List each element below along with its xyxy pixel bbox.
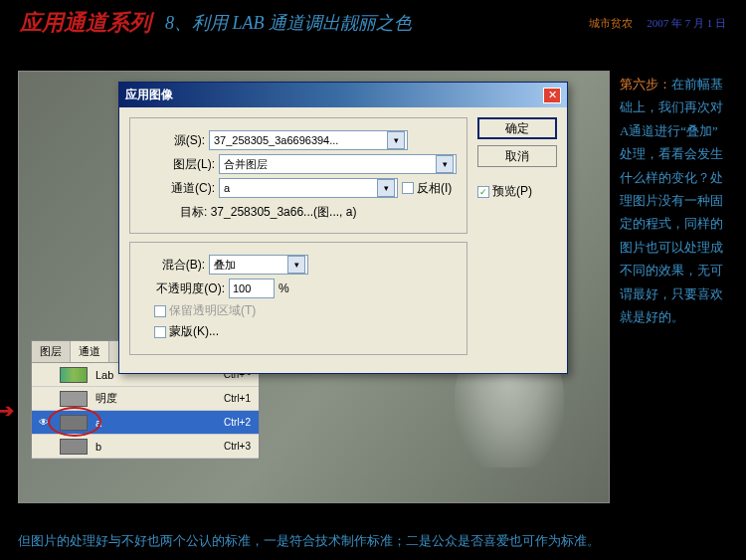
channel-thumb [60,367,88,383]
visibility-icon[interactable]: 👁 [35,414,53,432]
step-text: 在前幅基础上，我们再次对A通道进行“叠加”处理，看看会发生什么样的变化？处理图片… [620,77,723,324]
checkbox-icon [154,305,166,317]
source-label: 源(S): [140,132,205,149]
channel-row-b[interactable]: b Ctrl+3 [32,435,259,459]
preserve-transparency-checkbox: 保留透明区域(T) [154,302,256,319]
image-canvas: ➔ 图层 通道 Lab Ctrl+~ 明度 Ctrl+1 👁 [18,71,610,503]
preview-label: 预览(P) [492,183,532,200]
channel-label: 通道(C): [140,180,215,197]
checkbox-icon [154,326,166,338]
publish-date: 2007 年 7 月 1 日 [647,16,726,31]
channel-shortcut: Ctrl+1 [209,393,259,404]
invert-label: 反相(I) [417,180,452,197]
source-fieldset: 源(S): 37_258305_3a6696394... 图层(L): 合并图层… [129,117,467,234]
target-label: 目标: [180,205,207,219]
tab-layers[interactable]: 图层 [32,341,71,362]
apply-image-dialog: 应用图像 ✕ 源(S): 37_258305_3a6696394... 图层(L… [118,82,568,374]
ok-button[interactable]: 确定 [477,117,557,139]
channel-shortcut: Ctrl+3 [209,441,259,452]
tutorial-header: 应用通道系列 8、利用 LAB 通道调出靓丽之色 城市贫农 2007 年 7 月… [0,0,746,46]
layer-label: 图层(L): [140,156,215,173]
instruction-sidebar: 第六步：在前幅基础上，我们再次对A通道进行“叠加”处理，看看会发生什么样的变化？… [620,71,728,503]
channel-row-a[interactable]: 👁 a Ctrl+2 [32,411,259,435]
blend-fieldset: 混合(B): 叠加 不透明度(O): % 保留透明区域(T) [129,242,467,355]
close-button[interactable]: ✕ [543,88,561,103]
checkbox-icon [402,182,414,194]
opacity-input[interactable] [229,279,275,298]
source-dropdown[interactable]: 37_258305_3a6696394... [209,130,408,150]
author-name: 城市贫农 [589,16,633,31]
channel-row-lightness[interactable]: 明度 Ctrl+1 [32,387,259,411]
visibility-icon[interactable] [35,438,53,456]
visibility-icon[interactable] [35,366,53,384]
channel-name: a [92,417,209,429]
tab-channels[interactable]: 通道 [71,341,109,362]
target-value: 37_258305_3a66...(图..., a) [211,205,357,219]
visibility-icon[interactable] [35,390,53,408]
layer-dropdown[interactable]: 合并图层 [219,154,457,174]
channel-name: 明度 [92,391,209,406]
footer-note: 但图片的处理好与不好也两个公认的标准，一是符合技术制作标准；二是公众是否喜爱也可… [18,532,600,550]
blend-dropdown[interactable]: 叠加 [209,255,308,275]
channel-shortcut: Ctrl+2 [209,417,259,428]
preview-checkbox[interactable]: 预览(P) [477,183,557,200]
channel-dropdown[interactable]: a [219,178,398,198]
opacity-label: 不透明度(O): [140,280,225,297]
opacity-pct: % [279,281,289,295]
channel-thumb [60,391,88,407]
preserve-label: 保留透明区域(T) [169,302,256,319]
checkbox-icon [477,186,489,198]
blend-label: 混合(B): [140,257,205,274]
series-title: 应用通道系列 [20,8,151,38]
channel-thumb [60,415,88,431]
dialog-titlebar[interactable]: 应用图像 ✕ [119,83,567,107]
lesson-title: 8、利用 LAB 通道调出靓丽之色 [165,11,412,35]
cancel-button[interactable]: 取消 [477,145,557,167]
channel-name: b [92,441,209,453]
mask-label: 蒙版(K)... [169,323,219,340]
mask-checkbox[interactable]: 蒙版(K)... [154,323,219,340]
invert-checkbox[interactable]: 反相(I) [402,180,452,197]
step-title: 第六步： [620,77,671,92]
dialog-title: 应用图像 [125,87,543,103]
pointer-arrow-icon: ➔ [0,400,14,422]
channel-thumb [60,439,88,455]
